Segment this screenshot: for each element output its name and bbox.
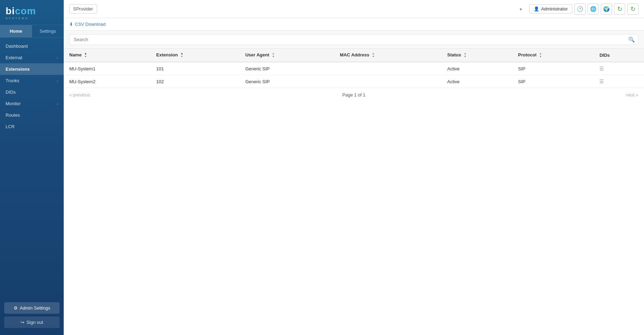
col-extension: Extension ▲ ▼ xyxy=(151,49,240,62)
sidebar-item-extensions[interactable]: Extensions xyxy=(0,63,64,75)
provider-select[interactable]: SProvider xyxy=(69,4,97,14)
refresh2-button[interactable]: ↻ xyxy=(627,3,638,15)
download-icon: ⬇ xyxy=(69,22,73,27)
cell-mac-address xyxy=(334,75,442,88)
refresh1-icon: ↻ xyxy=(617,5,622,13)
sort-desc-ua[interactable]: ▼ xyxy=(272,55,275,58)
csv-label: CSV Download xyxy=(75,22,105,27)
cell-protocol: SIP xyxy=(512,62,594,75)
col-name: Name ▲ ▼ xyxy=(64,49,151,62)
network-button[interactable]: 🌍 xyxy=(601,3,612,15)
cell-name: MU-System1 xyxy=(64,62,151,75)
sort-desc-ext[interactable]: ▼ xyxy=(181,55,183,58)
tab-home[interactable]: Home xyxy=(0,25,32,37)
table-row: MU-System1 101 Generic SIP Active SIP ☰ xyxy=(64,62,644,75)
clock-icon: 🕐 xyxy=(577,6,583,12)
sort-icons-protocol[interactable]: ▲ ▼ xyxy=(539,52,542,58)
refresh2-icon: ↻ xyxy=(630,5,636,13)
cell-status: Active xyxy=(442,75,513,88)
sort-asc-ext[interactable]: ▲ xyxy=(181,52,183,55)
sidebar-item-lcr[interactable]: LCR xyxy=(0,121,64,132)
sidebar-item-routes[interactable]: Routes xyxy=(0,109,64,121)
sign-out-label: Sign out xyxy=(26,320,43,325)
arrow-icon-trunks: › xyxy=(57,79,58,83)
col-status-label: Status xyxy=(447,52,461,57)
logo-com: com xyxy=(15,6,36,16)
sort-desc-protocol[interactable]: ▼ xyxy=(539,55,542,58)
sidebar-item-label-trunks: Trunks xyxy=(6,78,19,83)
cell-user-agent: Generic SIP xyxy=(240,75,335,88)
sidebar-item-dashboard[interactable]: Dashboard xyxy=(0,40,64,52)
gear-icon: ⚙ xyxy=(14,305,18,311)
cell-extension: 102 xyxy=(151,75,240,88)
cell-name: MU-System2 xyxy=(64,75,151,88)
next-page-link: next » xyxy=(626,92,638,98)
cell-dids[interactable]: ☰ xyxy=(594,62,644,75)
main-content: SProvider 👤 Administrator 🕐 🌐 🌍 ↻ ↻ xyxy=(64,0,644,335)
col-mac-address: MAC Address ▲ ▼ xyxy=(334,49,442,62)
clock-button[interactable]: 🕐 xyxy=(574,3,586,15)
refresh1-button[interactable]: ↻ xyxy=(614,3,625,15)
administrator-button[interactable]: 👤 Administrator xyxy=(529,4,572,14)
cell-dids[interactable]: ☰ xyxy=(594,75,644,88)
sort-icons-ua[interactable]: ▲ ▼ xyxy=(272,52,275,58)
sidebar-item-monitor[interactable]: Monitor › xyxy=(0,98,64,109)
col-name-label: Name xyxy=(69,52,81,57)
sidebar-item-external[interactable]: External › xyxy=(0,52,64,63)
sidebar-nav: Dashboard External › Extensions Trunks ›… xyxy=(0,38,64,298)
sort-asc-ua[interactable]: ▲ xyxy=(272,52,275,55)
pagination: « previous Page 1 of 1 next » xyxy=(64,88,644,102)
table-row: MU-System2 102 Generic SIP Active SIP ☰ xyxy=(64,75,644,88)
dids-icon[interactable]: ☰ xyxy=(599,66,604,71)
tab-settings[interactable]: Settings xyxy=(32,25,64,37)
sign-out-button[interactable]: ↪ Sign out xyxy=(4,317,60,328)
globe-button[interactable]: 🌐 xyxy=(588,3,599,15)
sidebar-item-trunks[interactable]: Trunks › xyxy=(0,75,64,86)
sort-desc-name[interactable]: ▼ xyxy=(84,55,87,58)
sort-desc-status[interactable]: ▼ xyxy=(464,55,466,58)
sort-icons-name[interactable]: ▲ ▼ xyxy=(84,52,87,58)
logo-sub: SYSTEMS xyxy=(6,17,58,20)
col-mac-address-label: MAC Address xyxy=(340,52,369,57)
col-status: Status ▲ ▼ xyxy=(442,49,513,62)
sidebar-tabs: Home Settings xyxy=(0,25,64,38)
sort-asc-name[interactable]: ▲ xyxy=(84,52,87,55)
cell-status: Active xyxy=(442,62,513,75)
signout-icon: ↪ xyxy=(21,320,24,325)
col-extension-label: Extension xyxy=(156,52,178,57)
sort-asc-mac[interactable]: ▲ xyxy=(372,52,375,55)
dids-icon[interactable]: ☰ xyxy=(599,79,604,84)
cell-mac-address xyxy=(334,62,442,75)
sidebar-item-label-dids: DIDs xyxy=(6,89,16,95)
sort-icons-ext[interactable]: ▲ ▼ xyxy=(181,52,183,58)
prev-page-link: « previous xyxy=(69,92,90,98)
sort-asc-protocol[interactable]: ▲ xyxy=(539,52,542,55)
cell-protocol: SIP xyxy=(512,75,594,88)
col-protocol: Protocol ▲ ▼ xyxy=(512,49,594,62)
sidebar-item-dids[interactable]: DIDs xyxy=(0,86,64,98)
cell-extension: 101 xyxy=(151,62,240,75)
logo-text: bicom xyxy=(6,6,58,16)
user-icon: 👤 xyxy=(534,6,539,11)
table-container: Name ▲ ▼ Extension ▲ ▼ U xyxy=(64,49,644,335)
sort-asc-status[interactable]: ▲ xyxy=(464,52,466,55)
sort-icons-status[interactable]: ▲ ▼ xyxy=(464,52,466,58)
provider-wrapper: SProvider xyxy=(69,4,526,14)
sort-icons-mac[interactable]: ▲ ▼ xyxy=(372,52,375,58)
search-input[interactable] xyxy=(69,34,638,45)
col-protocol-label: Protocol xyxy=(518,52,536,57)
search-wrapper: 🔍 xyxy=(69,34,638,45)
col-user-agent-label: User Agent xyxy=(245,52,269,57)
csv-download-button[interactable]: ⬇ CSV Download xyxy=(69,22,105,27)
sidebar-item-label-extensions: Extensions xyxy=(6,67,30,72)
globe-icon: 🌐 xyxy=(590,6,597,12)
sort-desc-mac[interactable]: ▼ xyxy=(372,55,375,58)
sidebar-bottom: ⚙ Admin Settings ↪ Sign out xyxy=(0,298,64,335)
page-info: Page 1 of 1 xyxy=(342,92,366,98)
logo-bi: bi xyxy=(6,6,15,16)
search-icon: 🔍 xyxy=(628,37,635,43)
logo: bicom SYSTEMS xyxy=(0,0,64,25)
administrator-label: Administrator xyxy=(541,6,568,11)
search-bar: 🔍 xyxy=(64,31,644,49)
admin-settings-button[interactable]: ⚙ Admin Settings xyxy=(4,302,60,314)
